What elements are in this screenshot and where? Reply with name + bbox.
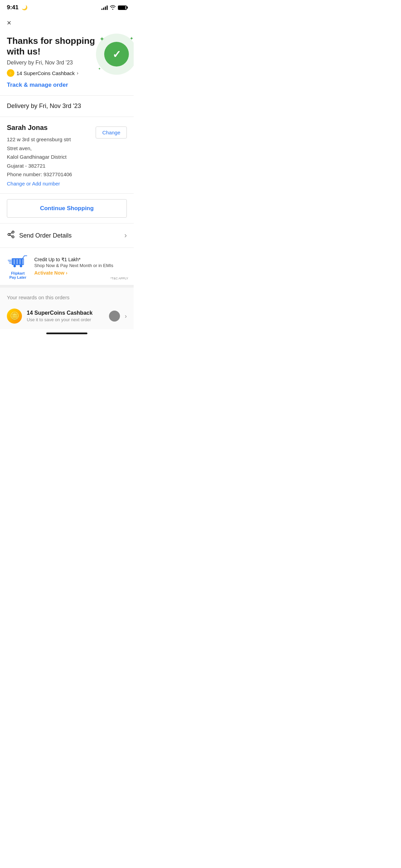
battery-icon	[118, 5, 127, 10]
address-lines: 122 w 3rd st greensburg strt Stret aven,…	[7, 135, 89, 170]
rewards-section-label: Your rewards on this orders	[0, 288, 134, 303]
pay-later-section[interactable]: Flipkart Pay Later Credit Up to ₹1 Lakh*…	[0, 248, 134, 285]
svg-line-4	[10, 235, 12, 237]
reward-chevron-icon: ›	[125, 313, 127, 320]
order-title: Thanks for shopping with us!	[7, 36, 96, 57]
continue-shopping-section: Continue Shopping	[0, 194, 134, 223]
change-address-button[interactable]: Change	[96, 126, 127, 138]
send-order-chevron-icon: ›	[124, 231, 127, 240]
signal-icon	[101, 5, 108, 10]
success-circle: ✦ ✓	[96, 34, 134, 75]
activate-now-link[interactable]: Activate Now ›	[34, 270, 68, 276]
reward-subtitle: Use it to save on your next order	[27, 317, 104, 322]
status-bar: 9:41 🌙	[0, 0, 134, 13]
svg-point-2	[12, 236, 14, 238]
svg-point-14	[20, 265, 22, 267]
wifi-icon	[110, 5, 116, 11]
order-header: Thanks for shopping with us! Delivery by…	[0, 30, 134, 95]
change-number-link[interactable]: Change or Add number	[7, 181, 127, 186]
cart-icon	[7, 253, 29, 270]
svg-line-3	[10, 233, 12, 234]
moon-icon: 🌙	[22, 5, 27, 10]
home-indicator	[0, 329, 134, 338]
svg-point-1	[8, 233, 10, 236]
delivery-section: Delivery by Fri, Nov 3rd '23	[0, 96, 134, 117]
activate-arrow-icon: ›	[66, 270, 68, 276]
status-time: 9:41 🌙	[7, 4, 27, 11]
send-order-text: Send Order Details	[19, 232, 72, 239]
address-section: Sarah Jonas 122 w 3rd st greensburg strt…	[0, 117, 134, 193]
share-icon	[7, 230, 15, 241]
thick-divider	[0, 285, 134, 288]
supercoins-arrow: ›	[77, 70, 78, 76]
home-bar	[46, 333, 87, 334]
reward-info: 14 SuperCoins Cashback Use it to save on…	[27, 310, 104, 322]
pay-later-label: Flipkart Pay Later	[9, 271, 26, 279]
tc-apply-text: *T&C APPLY	[110, 277, 128, 280]
reward-toggle	[109, 311, 120, 322]
svg-point-13	[13, 265, 16, 267]
track-order-link[interactable]: Track & manage order	[7, 82, 127, 88]
reward-item[interactable]: 🪙 14 SuperCoins Cashback Use it to save …	[0, 303, 134, 329]
svg-rect-5	[12, 258, 24, 265]
lightning-icon: ⚡	[7, 69, 14, 77]
success-checkmark: ✓	[104, 42, 129, 67]
svg-point-0	[12, 231, 14, 233]
pay-later-info: Credit Up to ₹1 Lakh* Shop Now & Pay Nex…	[34, 257, 127, 276]
continue-shopping-button[interactable]: Continue Shopping	[7, 199, 127, 218]
sparkle-icon: ✦	[99, 35, 105, 43]
send-order-section[interactable]: Send Order Details ›	[0, 224, 134, 248]
close-button[interactable]: ×	[0, 13, 17, 30]
phone-number: Phone number: 9327701406	[7, 171, 127, 177]
status-icons	[101, 5, 127, 11]
send-order-left: Send Order Details	[7, 230, 72, 241]
reward-title: 14 SuperCoins Cashback	[27, 310, 104, 316]
supercoins-text: 14 SuperCoins Cashback	[16, 70, 75, 76]
coin-icon: 🪙	[7, 309, 22, 324]
flipkart-pay-later-logo: Flipkart Pay Later	[7, 253, 29, 279]
credit-subtitle: Shop Now & Pay Next Month or in EMIs	[34, 263, 127, 268]
credit-title: Credit Up to ₹1 Lakh*	[34, 257, 127, 262]
delivery-date-text: Delivery by Fri, Nov 3rd '23	[7, 103, 127, 110]
